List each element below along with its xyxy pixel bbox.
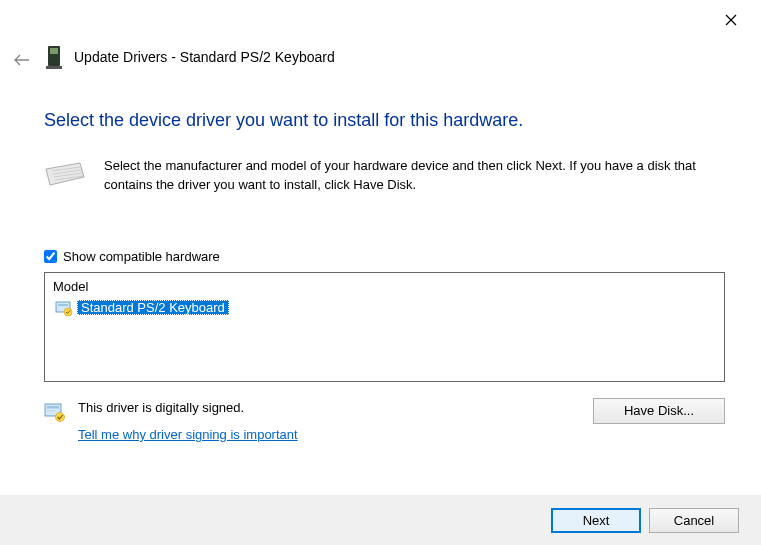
instruction-text: Select the manufacturer and model of you… <box>104 157 725 195</box>
model-column-header: Model <box>47 275 722 298</box>
back-arrow-icon <box>14 54 30 66</box>
compatible-hardware-label: Show compatible hardware <box>63 249 220 264</box>
svg-rect-13 <box>47 410 55 412</box>
svg-rect-1 <box>50 48 58 54</box>
instruction-row: Select the manufacturer and model of you… <box>44 157 725 195</box>
page-heading: Select the device driver you want to ins… <box>44 110 725 131</box>
svg-rect-9 <box>58 304 68 306</box>
model-item-label: Standard PS/2 Keyboard <box>77 300 229 315</box>
close-icon <box>725 14 737 26</box>
device-icon <box>44 44 64 70</box>
close-button[interactable] <box>719 8 743 32</box>
svg-rect-2 <box>46 66 62 69</box>
certified-driver-icon <box>55 300 73 316</box>
driver-signing-link[interactable]: Tell me why driver signing is important <box>78 425 298 445</box>
dialog-footer: Next Cancel <box>0 495 761 545</box>
window-title-row: Update Drivers - Standard PS/2 Keyboard <box>44 44 335 70</box>
compatible-hardware-checkbox[interactable] <box>44 250 57 263</box>
cancel-button[interactable]: Cancel <box>649 508 739 533</box>
back-button[interactable] <box>10 48 34 72</box>
svg-marker-3 <box>46 163 84 185</box>
have-disk-button[interactable]: Have Disk... <box>593 398 725 424</box>
keyboard-icon <box>44 159 86 187</box>
model-listbox[interactable]: Model Standard PS/2 Keyboard <box>44 272 725 382</box>
model-list-item[interactable]: Standard PS/2 Keyboard <box>51 298 233 318</box>
signed-certificate-icon <box>44 402 66 422</box>
window-title: Update Drivers - Standard PS/2 Keyboard <box>74 49 335 65</box>
svg-point-10 <box>64 308 72 316</box>
signed-status-text: This driver is digitally signed. <box>78 398 298 418</box>
compatible-hardware-checkbox-row: Show compatible hardware <box>44 249 725 264</box>
svg-rect-12 <box>47 406 59 409</box>
next-button[interactable]: Next <box>551 508 641 533</box>
svg-point-14 <box>56 412 65 421</box>
